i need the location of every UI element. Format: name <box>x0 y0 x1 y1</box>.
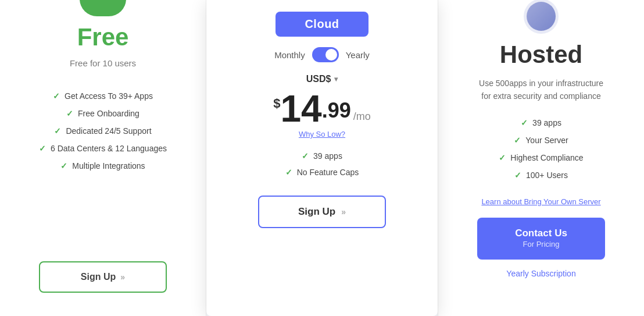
hosted-panel: Hosted Use 500apps in your infrastructur… <box>438 0 644 316</box>
feature-label: Get Access To 39+ Apps <box>65 91 153 101</box>
price-row: $ 14 .99 /mo <box>273 90 371 127</box>
list-item: ✓ 100+ Users <box>456 171 627 180</box>
price-dollar-sign: $ <box>273 96 280 111</box>
billing-yearly-label: Yearly <box>346 50 370 60</box>
list-item: ✓ 39 apps <box>456 118 627 127</box>
contact-button[interactable]: Contact Us For Pricing <box>477 218 605 260</box>
check-icon: ✓ <box>66 109 73 118</box>
price-main: 14 <box>281 90 322 127</box>
feature-label: Highest Compliance <box>510 153 583 162</box>
cloud-features-list: ✓ 39 apps ✓ No Feature Caps <box>224 151 420 184</box>
feature-label: 100+ Users <box>526 171 568 180</box>
list-item: ✓ Highest Compliance <box>456 153 627 162</box>
contact-label: Contact Us <box>515 227 567 240</box>
yearly-subscription-label: Yearly Subscription <box>506 269 575 278</box>
hosted-features-list: ✓ 39 apps ✓ Your Server ✓ Highest Compli… <box>456 118 627 188</box>
list-item: ✓ Multiple Integrations <box>17 161 188 171</box>
feature-label: Your Server <box>525 136 568 145</box>
free-features-list: ✓ Get Access To 39+ Apps ✓ Free Onboardi… <box>17 86 188 184</box>
cloud-panel: Cloud Monthly Yearly USD$ ▾ $ 14 .99 /mo… <box>206 0 438 316</box>
check-icon: ✓ <box>285 168 292 177</box>
billing-toggle-switch[interactable] <box>312 47 339 62</box>
list-item: ✓ Get Access To 39+ Apps <box>17 91 188 101</box>
price-decimal: .99 <box>322 98 351 123</box>
check-icon: ✓ <box>60 161 67 171</box>
free-panel: Free Free for 10 users ✓ Get Access To 3… <box>0 0 206 316</box>
hosted-plan-name: Hosted <box>500 41 582 69</box>
avatar <box>524 0 559 34</box>
feature-label: 39 apps <box>313 151 342 161</box>
price-per-month: /mo <box>353 111 371 123</box>
feature-label: Dedicated 24/5 Support <box>66 126 151 136</box>
learn-byos-link[interactable]: Learn about Bring Your Own Server <box>481 197 600 206</box>
free-top-arc <box>80 0 126 16</box>
chevron-down-icon: ▾ <box>334 75 338 83</box>
cloud-signup-button[interactable]: Sign Up » <box>258 196 386 228</box>
list-item: ✓ Dedicated 24/5 Support <box>17 126 188 136</box>
avatar-inner <box>527 2 556 31</box>
contact-sub-label: For Pricing <box>523 240 560 250</box>
check-icon: ✓ <box>39 144 46 153</box>
cloud-signup-label: Sign Up <box>298 206 335 218</box>
list-item: ✓ No Feature Caps <box>224 168 420 177</box>
free-plan-name: Free <box>77 23 129 51</box>
list-item: ✓ 6 Data Centers & 12 Languages <box>17 144 188 153</box>
list-item: ✓ Free Onboarding <box>17 109 188 118</box>
arrow-icon: » <box>341 207 346 216</box>
feature-label: 6 Data Centers & 12 Languages <box>51 144 167 153</box>
pricing-container: Free Free for 10 users ✓ Get Access To 3… <box>0 0 644 316</box>
check-icon: ✓ <box>521 118 528 127</box>
feature-label: 39 apps <box>532 118 561 127</box>
cloud-badge: Cloud <box>276 12 368 37</box>
check-icon: ✓ <box>302 151 309 161</box>
check-icon: ✓ <box>53 91 60 101</box>
arrow-icon: » <box>120 272 125 282</box>
free-plan-sub: Free for 10 users <box>70 58 136 68</box>
check-icon: ✓ <box>499 153 506 162</box>
currency-selector[interactable]: USD$ ▾ <box>306 74 338 84</box>
list-item: ✓ Your Server <box>456 136 627 145</box>
feature-label: Free Onboarding <box>78 109 139 118</box>
toggle-thumb <box>325 49 337 61</box>
feature-label: Multiple Integrations <box>72 161 145 171</box>
why-low-link[interactable]: Why So Low? <box>299 130 345 139</box>
feature-label: No Feature Caps <box>297 168 359 177</box>
hosted-description: Use 500apps in your infrastructure for e… <box>477 77 605 103</box>
list-item: ✓ 39 apps <box>224 151 420 161</box>
free-signup-button[interactable]: Sign Up » <box>39 261 167 293</box>
billing-monthly-label: Monthly <box>274 50 305 60</box>
free-signup-label: Sign Up <box>81 272 116 282</box>
billing-toggle: Monthly Yearly <box>274 47 370 62</box>
currency-label: USD$ <box>306 74 331 84</box>
check-icon: ✓ <box>514 171 521 180</box>
check-icon: ✓ <box>514 136 521 145</box>
check-icon: ✓ <box>54 126 61 136</box>
